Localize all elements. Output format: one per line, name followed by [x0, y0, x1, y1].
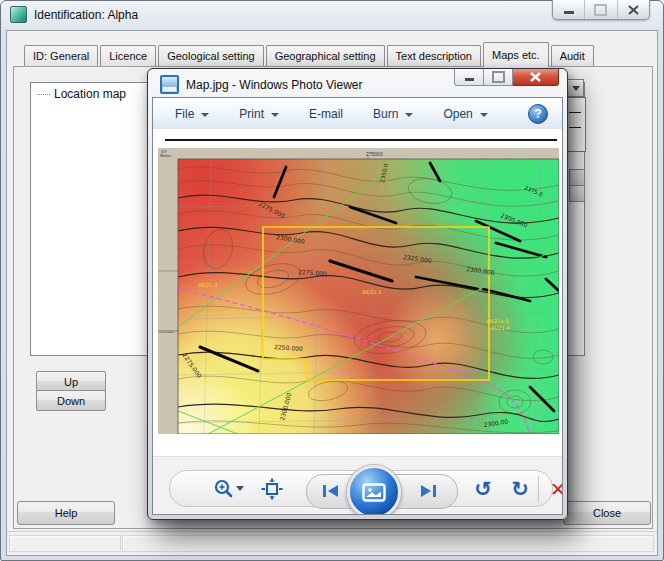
zoom-icon [213, 478, 235, 500]
actual-size-icon [261, 478, 283, 500]
menu-file-label: File [175, 107, 194, 121]
chevron-down-icon [236, 486, 244, 491]
delete-icon: ✕ [550, 480, 563, 499]
dialog-titlebar[interactable]: Identification: Alpha [10, 6, 138, 23]
down-button[interactable]: Down [36, 390, 106, 411]
tab-audit[interactable]: Audit [551, 45, 594, 66]
obscured-dropdown-button[interactable] [567, 79, 584, 97]
close-icon [628, 5, 639, 15]
tab-geographical-setting[interactable]: Geographical setting [266, 45, 385, 66]
minimize-icon [564, 11, 574, 14]
rotate-ccw-button[interactable]: ↺ [470, 476, 496, 502]
previous-icon [321, 483, 341, 499]
pv-minimize-button[interactable] [454, 69, 484, 86]
svg-text:46/21-3: 46/21-3 [198, 282, 217, 288]
minimize-button[interactable] [553, 0, 585, 19]
tab-maps-etc[interactable]: Maps etc. [483, 42, 549, 67]
menu-open[interactable]: Open [443, 107, 487, 121]
close-button[interactable]: Close [563, 501, 651, 525]
photo-viewer-icon [160, 75, 179, 94]
actual-size-button[interactable] [260, 477, 284, 501]
map-image: X/Y Metres 275000 5905000 [158, 148, 559, 434]
axis-corner-label-2: Metres [160, 154, 171, 158]
obscured-text-field[interactable] [566, 97, 586, 152]
chevron-down-icon [405, 113, 413, 117]
y-axis-tick-label: 5905000 [159, 329, 175, 334]
menu-burn[interactable]: Burn [373, 107, 413, 121]
tree-branch-icon [37, 94, 50, 95]
toolbar-pill: ↺ ↻ ✕ [169, 470, 553, 507]
delete-button[interactable]: ✕ [546, 477, 563, 501]
svg-text:46/21-1: 46/21-1 [362, 289, 381, 295]
zoom-button[interactable] [212, 477, 236, 501]
toolbar-separator [538, 476, 539, 502]
rotate-cw-icon: ↻ [511, 479, 529, 500]
map-plot: 2275.000 2300.000 2325.000 2350.0 2375.0… [178, 159, 559, 434]
up-button[interactable]: Up [36, 371, 106, 392]
photo-viewer-menubar: File Print E-mail Burn Open ? [153, 98, 562, 130]
menu-email[interactable]: E-mail [309, 107, 343, 121]
menu-print-label: Print [239, 107, 264, 121]
tab-geological-setting[interactable]: Geological setting [158, 45, 263, 66]
status-cell-right [122, 535, 654, 552]
chevron-down-icon [201, 113, 209, 117]
menu-file[interactable]: File [175, 107, 209, 121]
minimize-icon [465, 78, 474, 81]
slideshow-button[interactable] [347, 465, 401, 515]
photo-viewer-content: X/Y Metres 275000 5905000 [153, 129, 562, 458]
zoom-dropdown[interactable] [236, 486, 244, 491]
rotate-cw-button[interactable]: ↻ [507, 476, 533, 502]
help-button[interactable]: Help [17, 501, 115, 525]
chevron-down-icon [271, 113, 279, 117]
help-icon[interactable]: ? [528, 104, 548, 124]
axis-corner-label-1: X/Y [161, 150, 167, 154]
map-side-bar [158, 148, 178, 434]
menu-email-label: E-mail [309, 107, 343, 121]
pv-maximize-button[interactable] [484, 69, 513, 86]
slideshow-icon [362, 483, 386, 502]
next-icon [418, 483, 438, 499]
map-top-edge [165, 139, 557, 141]
photo-viewer-toolbar: ↺ ↻ ✕ [153, 456, 562, 514]
tab-text-description[interactable]: Text description [387, 45, 481, 66]
photo-viewer-title: Map.jpg - Windows Photo Viewer [186, 78, 363, 92]
next-button[interactable] [416, 480, 440, 502]
rotate-ccw-icon: ↺ [474, 479, 492, 500]
status-bar [7, 531, 657, 553]
list-item-label: Location map [54, 87, 126, 101]
tab-licence[interactable]: Licence [100, 45, 156, 66]
tab-strip: ID: General Licence Geological setting G… [24, 45, 596, 67]
dialog-title: Identification: Alpha [34, 8, 138, 22]
chevron-down-icon [572, 86, 580, 91]
x-axis-tick-label: 275000 [366, 151, 383, 157]
map-header-bar [158, 148, 559, 159]
menu-open-label: Open [443, 107, 472, 121]
menu-burn-label: Burn [373, 107, 398, 121]
app-icon [10, 6, 27, 23]
svg-text:46/21-4: 46/21-4 [490, 325, 509, 331]
menu-print[interactable]: Print [239, 107, 279, 121]
photo-viewer-titlebar[interactable]: Map.jpg - Windows Photo Viewer [148, 69, 567, 97]
tab-id-general[interactable]: ID: General [24, 45, 98, 66]
dialog-caption-buttons [552, 0, 650, 20]
maximize-icon [492, 71, 505, 83]
obscured-button-1[interactable] [569, 169, 585, 186]
svg-text:46/21a-3: 46/21a-3 [486, 318, 508, 324]
photo-viewer-caption-buttons [454, 69, 559, 86]
maximize-button[interactable] [585, 0, 617, 19]
screen: Identification: Alpha ID: General Licenc… [0, 0, 664, 561]
obscured-button-2[interactable] [569, 185, 585, 202]
pv-close-button[interactable] [513, 69, 559, 86]
status-cell-left [9, 535, 121, 552]
maximize-icon [594, 4, 607, 16]
close-icon [530, 72, 541, 82]
chevron-down-icon [480, 113, 488, 117]
previous-button[interactable] [319, 480, 343, 502]
photo-viewer-window[interactable]: Map.jpg - Windows Photo Viewer File Prin… [147, 68, 568, 520]
photo-viewer-client: File Print E-mail Burn Open ? [152, 97, 563, 515]
close-window-button[interactable] [618, 0, 649, 19]
